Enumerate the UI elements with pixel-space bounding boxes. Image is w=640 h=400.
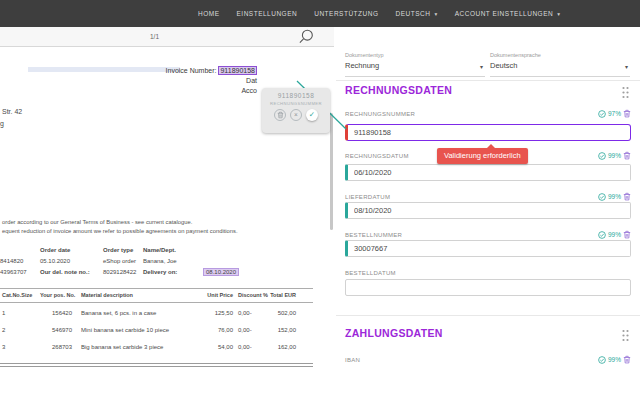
highlight-region[interactable] (28, 67, 180, 72)
nav-item-account-settings[interactable]: ACCOUNT EINSTELLUNGEN▾ (455, 10, 561, 17)
order-info-cell: 43963707 (0, 269, 27, 275)
table-cell: 125,50 (196, 310, 233, 316)
select-value: Deutsch (490, 61, 630, 70)
app-window: HOME EINSTELLUNGEN UNTERSTÜTZUNG DEUTSCH… (0, 0, 640, 400)
extraction-panel: Dokumententyp Rechnung ▾ Dokumentensprac… (336, 47, 640, 400)
table-cell: 156420 (52, 310, 72, 316)
nav-item-language[interactable]: DEUTSCH▾ (395, 10, 437, 17)
document-scrollbar[interactable] (330, 113, 333, 230)
field-label: LIEFERDATUM (345, 194, 390, 200)
drag-handle-icon[interactable] (621, 329, 630, 342)
divider (336, 80, 640, 81)
confidence-check-icon (598, 356, 606, 364)
field-label: IBAN (345, 357, 360, 363)
order-info-header: Order date (40, 247, 70, 253)
popup-field-label: RECHNUNGSNUMMER (262, 101, 330, 106)
field-badge: 97% (598, 109, 631, 118)
chevron-down-icon: ▾ (557, 11, 560, 17)
table-cell: 268703 (52, 344, 72, 350)
chevron-down-icon: ▾ (625, 63, 628, 70)
terms-text: order according to our General Terms of … (2, 219, 192, 225)
popup-delete-button[interactable] (274, 109, 286, 121)
field-row: IBAN 99% (345, 355, 631, 364)
field-row: BESTELLDATUM (345, 270, 631, 276)
order-info-cell: Banana, Joe (143, 258, 177, 264)
confidence-value: 99% (608, 231, 621, 238)
invoice-date-line: Dat (166, 76, 257, 86)
table-cell: 2 (2, 327, 5, 333)
lieferdatum-input[interactable] (345, 202, 631, 219)
bestelldatum-input[interactable] (345, 279, 631, 296)
select-label: Dokumentensprache (490, 52, 630, 58)
nav-item-home[interactable]: HOME (198, 10, 220, 17)
bestellnummer-input[interactable] (345, 240, 631, 257)
order-info-cell: 05.10.2020 (40, 258, 70, 264)
table-cell: 0,00- (238, 310, 252, 316)
table-cell: Mini banana set carbide 10 piece (81, 327, 169, 333)
field-label: RECHNUNGSDATUM (345, 153, 409, 159)
page-indicator: 1/1 (150, 33, 159, 40)
popup-value: 911890158 (262, 92, 330, 99)
field-label: BESTELLDATUM (345, 270, 396, 276)
table-cell: 76,00 (196, 327, 233, 333)
nav-item-label: HOME (198, 10, 220, 17)
column-header: Material description (81, 292, 133, 298)
table-cell: 152,00 (260, 327, 296, 333)
delivery-date-highlight[interactable]: 08.10.2020 (203, 268, 239, 276)
confidence-value: 99% (608, 356, 621, 363)
document-viewer: Invoice Number: 911890158 Dat Acco Str. … (0, 47, 334, 400)
order-info-cell: eShop order (103, 258, 136, 264)
nav-item-label: EINSTELLUNGEN (237, 10, 298, 17)
nav-item-unterstuetzung[interactable]: UNTERSTÜTZUNG (314, 10, 378, 17)
table-cell: Big banana set carbide 3 piece (81, 344, 163, 350)
rechnungsdatum-input[interactable] (345, 164, 631, 181)
nav-item-label: ACCOUNT EINSTELLUNGEN (455, 10, 554, 17)
delete-field-trash-icon[interactable] (623, 151, 631, 160)
delete-field-trash-icon[interactable] (623, 230, 631, 239)
nav-item-einstellungen[interactable]: EINSTELLUNGEN (237, 10, 298, 17)
search-zoom-icon[interactable] (297, 28, 315, 46)
table-cell: 54,00 (196, 344, 233, 350)
top-navbar: HOME EINSTELLUNGEN UNTERSTÜTZUNG DEUTSCH… (0, 0, 640, 27)
confidence-check-icon (598, 193, 606, 201)
confidence-check-icon (598, 231, 606, 239)
check-icon: ✓ (309, 110, 315, 120)
delete-field-trash-icon[interactable] (623, 192, 631, 201)
table-cell: 502,00 (260, 310, 296, 316)
trash-icon (277, 111, 284, 119)
column-header: Your pos. No. (40, 292, 75, 298)
validation-tooltip: Validierung erforderlich (437, 148, 528, 164)
select-label: Dokumententyp (345, 52, 485, 58)
terms-text: equent reduction of invoice amount we re… (2, 228, 238, 234)
field-badge: 99% (598, 151, 631, 160)
confidence-value: 97% (608, 110, 621, 117)
table-rule (0, 288, 313, 289)
table-end-rule (0, 363, 313, 367)
selection-popup: 911890158 RECHNUNGSNUMMER × ✓ (262, 88, 330, 133)
drag-handle-icon[interactable] (621, 86, 630, 99)
popup-confirm-button[interactable]: ✓ (306, 109, 318, 121)
document-language-select[interactable]: Dokumentensprache Deutsch ▾ (490, 52, 630, 77)
section-title-rechnungsdaten: RECHNUNGSDATEN (345, 84, 452, 96)
section-title-zahlungsdaten: ZAHLUNGSDATEN (345, 327, 443, 339)
field-badge: 99% (598, 192, 631, 201)
table-cell: 0,00- (238, 344, 252, 350)
delete-field-trash-icon[interactable] (623, 109, 631, 118)
confidence-value: 99% (608, 193, 621, 200)
document-type-select[interactable]: Dokumententyp Rechnung ▾ (345, 52, 485, 77)
field-badge: 99% (598, 355, 631, 364)
address-fragment: Str. 42 (2, 108, 22, 115)
delete-field-trash-icon[interactable] (623, 355, 631, 364)
table-cell: 1 (2, 310, 5, 316)
confidence-check-icon (598, 152, 606, 160)
address-fragment: g (0, 120, 4, 127)
confidence-value: 99% (608, 152, 621, 159)
field-row: RECHNUNGSNUMMER 97% (345, 109, 631, 118)
order-info-cell: Delivery on: (143, 269, 177, 275)
invoice-number-highlight[interactable]: 911890158 (218, 66, 257, 75)
column-header: Total EUR (260, 292, 296, 298)
order-info-cell: 8029128422 (103, 269, 136, 275)
rechnungsnummer-input[interactable] (345, 124, 631, 141)
document-toolbar: 1/1 (0, 27, 334, 47)
popup-cancel-button[interactable]: × (290, 109, 302, 121)
